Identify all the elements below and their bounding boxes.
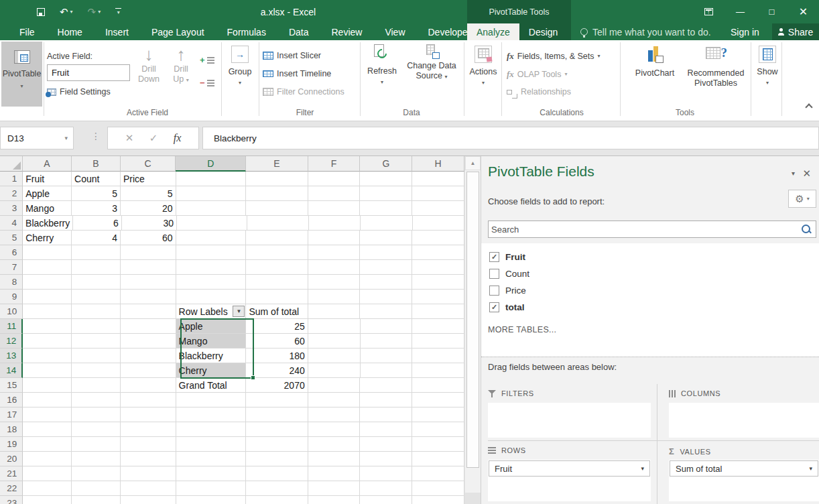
cell-F22[interactable] <box>308 481 361 496</box>
field-settings-button[interactable]: Field Settings <box>47 87 111 97</box>
cell-B2[interactable]: 5 <box>72 186 121 201</box>
cell-D12[interactable]: Mango <box>176 334 247 349</box>
tab-view[interactable]: View <box>373 23 416 40</box>
cell-B17[interactable] <box>72 407 121 422</box>
vertical-scrollbar[interactable]: ▲ <box>464 156 481 504</box>
row-header-6[interactable]: 6 <box>0 245 23 260</box>
field-checkbox-fruit[interactable]: ✓ <box>489 252 499 262</box>
cell-G4[interactable] <box>361 216 412 231</box>
cell-D14[interactable]: Cherry <box>176 363 247 378</box>
row-header-18[interactable]: 18 <box>0 422 23 437</box>
cell-C1[interactable]: Price <box>121 172 176 186</box>
cell-B3[interactable]: 3 <box>72 201 121 216</box>
cell-A5[interactable]: Cherry <box>23 231 72 245</box>
field-item-total[interactable]: ✓total <box>481 299 819 316</box>
col-header-F[interactable]: F <box>308 156 361 172</box>
cell-E17[interactable] <box>246 407 308 422</box>
col-header-A[interactable]: A <box>23 156 72 172</box>
cell-E3[interactable] <box>246 201 308 216</box>
name-box[interactable]: D13 ▾ <box>0 127 74 149</box>
fields-items-sets-button[interactable]: fx Fields, Items, & Sets ▾ <box>507 51 600 62</box>
field-checkbox-total[interactable]: ✓ <box>489 302 499 312</box>
cell-E18[interactable] <box>246 422 308 437</box>
cell-A3[interactable]: Mango <box>23 201 72 216</box>
cell-H5[interactable] <box>412 231 464 245</box>
cell-F4[interactable] <box>309 216 361 231</box>
col-header-G[interactable]: G <box>360 156 412 172</box>
cell-C17[interactable] <box>121 407 176 422</box>
row-header-9[interactable]: 9 <box>0 290 23 304</box>
cell-E5[interactable] <box>246 231 308 245</box>
show-button[interactable]: Show ▾ <box>753 46 781 86</box>
cell-A22[interactable] <box>23 481 72 496</box>
redo-button[interactable]: ↷▾ <box>88 6 101 18</box>
cell-D18[interactable] <box>176 422 247 437</box>
cell-F18[interactable] <box>308 422 361 437</box>
active-field-input[interactable]: Fruit <box>47 64 130 81</box>
cell-A1[interactable]: Fruit <box>23 172 72 186</box>
row-header-7[interactable]: 7 <box>0 260 23 275</box>
cell-E10[interactable]: Sum of total <box>246 304 308 319</box>
cell-B13[interactable] <box>72 349 121 363</box>
row-header-17[interactable]: 17 <box>0 407 23 422</box>
cell-F8[interactable] <box>308 275 361 290</box>
cell-E20[interactable] <box>246 452 308 466</box>
cell-A13[interactable] <box>23 349 72 363</box>
rows-pill-fruit[interactable]: Fruit▾ <box>489 460 650 477</box>
row-header-11[interactable]: 11 <box>0 319 23 334</box>
cell-H23[interactable] <box>412 496 464 504</box>
col-header-D[interactable]: D <box>176 156 246 172</box>
cell-A8[interactable] <box>23 275 72 290</box>
field-checkbox-price[interactable] <box>489 286 499 296</box>
cell-A10[interactable] <box>23 304 72 319</box>
cell-F3[interactable] <box>308 201 361 216</box>
cell-C3[interactable]: 20 <box>121 201 176 216</box>
cell-A14[interactable] <box>23 363 72 378</box>
insert-function-icon[interactable]: fx <box>174 132 182 144</box>
cell-B20[interactable] <box>72 452 121 466</box>
cell-H22[interactable] <box>412 481 464 496</box>
cell-C6[interactable] <box>121 245 176 260</box>
cell-A21[interactable] <box>23 466 72 481</box>
redo-dropdown-icon[interactable]: ▾ <box>98 9 101 15</box>
cell-G5[interactable] <box>360 231 412 245</box>
cell-H20[interactable] <box>412 452 464 466</box>
rows-area-box[interactable]: Fruit▾ <box>488 460 651 501</box>
cell-A18[interactable] <box>23 422 72 437</box>
cell-D10[interactable]: Row Labels▼ <box>176 304 247 319</box>
cell-D13[interactable]: Blackberry <box>176 349 247 363</box>
cell-E13[interactable]: 180 <box>246 349 308 363</box>
cell-D6[interactable] <box>176 245 247 260</box>
cell-D11[interactable]: Apple <box>176 319 247 334</box>
cell-H16[interactable] <box>412 393 464 407</box>
tab-review[interactable]: Review <box>320 23 374 40</box>
drill-up-button[interactable]: ↑ Drill Up ▾ <box>166 44 196 84</box>
scrollbar-up-button[interactable]: ▲ <box>465 156 481 170</box>
cell-A11[interactable] <box>23 319 72 334</box>
cell-C13[interactable] <box>121 349 176 363</box>
row-header-20[interactable]: 20 <box>0 452 23 466</box>
columns-area-box[interactable] <box>669 403 819 438</box>
cell-F12[interactable] <box>308 334 361 349</box>
row-header-3[interactable]: 3 <box>0 201 23 216</box>
cell-D17[interactable] <box>176 407 247 422</box>
row-header-14[interactable]: 14 <box>0 363 23 378</box>
cell-D23[interactable] <box>176 496 247 504</box>
share-button[interactable]: Share <box>772 23 819 40</box>
sign-in-button[interactable]: Sign in <box>731 23 759 40</box>
cell-A9[interactable] <box>23 290 72 304</box>
cell-B5[interactable]: 4 <box>72 231 121 245</box>
cell-E9[interactable] <box>246 290 308 304</box>
cell-H11[interactable] <box>412 319 464 334</box>
cell-A20[interactable] <box>23 452 72 466</box>
col-header-B[interactable]: B <box>72 156 121 172</box>
cell-F13[interactable] <box>308 349 361 363</box>
row-header-5[interactable]: 5 <box>0 231 23 245</box>
expand-field-button[interactable]: + <box>200 55 214 65</box>
save-button[interactable] <box>37 8 45 16</box>
row-header-23[interactable]: 23 <box>0 496 23 504</box>
pivotchart-button[interactable]: PivotChart <box>629 46 681 78</box>
cell-B4[interactable]: 6 <box>73 216 122 231</box>
row-header-15[interactable]: 15 <box>0 378 23 393</box>
cell-H19[interactable] <box>412 437 464 452</box>
